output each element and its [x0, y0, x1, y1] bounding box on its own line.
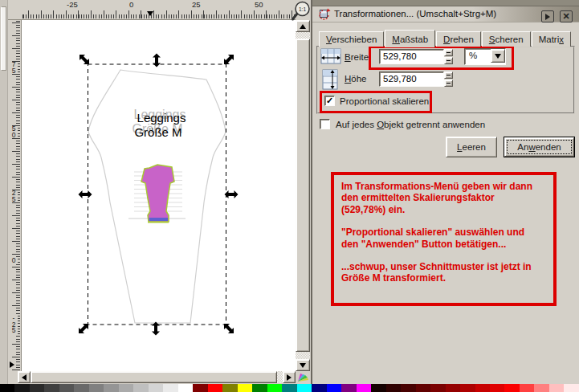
checkmark-icon: ✓ — [326, 96, 333, 105]
palette-swatch[interactable] — [490, 384, 504, 392]
palette-swatch[interactable] — [401, 384, 415, 392]
window-top-edge — [312, 0, 579, 6]
close-button[interactable]: ✕ — [560, 10, 573, 22]
palette-swatch[interactable] — [475, 384, 490, 392]
apply-separately-label: Auf jedes Objekt getrennt anwenden — [336, 120, 485, 129]
dialog-titlebar[interactable]: Transformationen... (Umschalt+Strg+M) ✕ — [312, 6, 579, 22]
spin-up-icon — [446, 52, 451, 53]
horizontal-scrollbar[interactable] — [18, 371, 296, 383]
palette-swatch[interactable] — [282, 384, 296, 392]
height-input[interactable]: 529,780 — [379, 71, 444, 87]
palette-swatch[interactable] — [238, 384, 252, 392]
tab-drehen[interactable]: Drehen — [436, 31, 481, 47]
palette-swatch[interactable] — [252, 384, 267, 392]
zoom-1-1-cursor-icon: 1:1 — [290, 0, 316, 22]
palette-swatch[interactable] — [341, 384, 356, 392]
pattern-label-line2: Größe M — [134, 125, 181, 139]
down-arrow-icon — [300, 363, 306, 368]
palette-swatch[interactable] — [59, 384, 74, 392]
apply-button-label: Anwenden — [517, 142, 561, 152]
scroll-right-button[interactable] — [283, 371, 296, 383]
transform-dialog: Transformationen... (Umschalt+Strg+M) ✕ … — [312, 0, 579, 384]
palette-swatch[interactable] — [549, 384, 564, 392]
unit-dropdown-button[interactable] — [491, 49, 505, 63]
drawing-canvas[interactable]: Leggings Größe M Leggings Größe M — [22, 20, 296, 371]
h-scroll-thumb[interactable] — [31, 371, 277, 383]
width-spin-down-button[interactable] — [444, 57, 453, 64]
palette-swatch[interactable] — [416, 384, 430, 392]
pattern-cuff-band — [149, 218, 169, 221]
v-ruler-label: 50 — [10, 126, 18, 138]
palette-swatch[interactable] — [267, 384, 282, 392]
palette-swatch[interactable] — [178, 384, 193, 392]
svg-text:1:1: 1:1 — [299, 6, 306, 12]
palette-swatch[interactable] — [149, 384, 163, 392]
width-spin-up-button[interactable] — [444, 49, 453, 56]
v-scroll-track[interactable] — [296, 32, 310, 39]
palette-swatch[interactable] — [357, 384, 371, 392]
roll-right-icon — [545, 14, 550, 20]
apply-separately-checkbox[interactable] — [320, 119, 330, 129]
annotation-box: Im Transformations-Menü geben wir dann d… — [331, 172, 557, 306]
height-spin-down-button[interactable] — [444, 80, 453, 87]
palette-swatch[interactable] — [386, 384, 401, 392]
v-ruler-label: 75 — [10, 62, 18, 74]
vertical-scrollbar[interactable] — [296, 20, 310, 371]
palette-swatch[interactable] — [430, 384, 445, 392]
width-icon — [320, 48, 342, 65]
spin-down-icon — [446, 60, 451, 61]
vertical-ruler[interactable]: 7550250-25-50 — [8, 20, 22, 371]
annotation-text: Im Transformations-Menü geben wir dann d… — [341, 181, 546, 284]
transform-dialog-icon — [318, 8, 331, 21]
v-scroll-track[interactable] — [296, 352, 310, 359]
v-ruler-label: -25 — [10, 316, 18, 334]
color-wheel-icon[interactable] — [296, 371, 310, 383]
palette-swatch[interactable] — [30, 384, 44, 392]
palette-swatch[interactable] — [534, 384, 548, 392]
palette-swatch[interactable] — [0, 384, 14, 392]
tab-scheren[interactable]: Scheren — [482, 31, 531, 47]
window-left-edge — [0, 0, 8, 384]
height-label: Höhe — [345, 74, 367, 84]
palette-swatch[interactable] — [14, 384, 29, 392]
proportional-checkbox[interactable]: ✓ — [324, 96, 335, 106]
dock-toggle-button[interactable] — [541, 10, 554, 22]
pane-splitter[interactable] — [1, 6, 6, 71]
height-spin-up-button[interactable] — [444, 71, 453, 79]
height-value: 529,780 — [383, 74, 417, 84]
palette-swatch[interactable] — [133, 384, 148, 392]
palette-swatch[interactable] — [44, 384, 59, 392]
clear-button[interactable]: Leeren — [446, 137, 497, 157]
tab-massstab[interactable]: Maßstab — [385, 30, 435, 47]
palette-swatch[interactable] — [297, 384, 312, 392]
h-scroll-track[interactable] — [277, 371, 283, 383]
palette-swatch[interactable] — [564, 384, 578, 392]
palette-swatch[interactable] — [74, 384, 88, 392]
palette-swatch[interactable] — [460, 384, 475, 392]
height-spinner — [444, 71, 453, 87]
palette-swatch[interactable] — [446, 384, 460, 392]
unit-dropdown[interactable]: % — [464, 48, 506, 65]
tab-verschieben[interactable]: Verschieben — [319, 31, 384, 47]
palette-swatch[interactable] — [327, 384, 341, 392]
palette-swatch[interactable] — [119, 384, 133, 392]
width-input[interactable]: 529,780 — [379, 49, 444, 64]
horizontal-ruler[interactable]: -2502550 — [22, 0, 296, 20]
palette-swatch[interactable] — [312, 384, 326, 392]
palette-swatch[interactable] — [222, 384, 237, 392]
scroll-down-button[interactable] — [296, 359, 310, 371]
palette-swatch[interactable] — [208, 384, 222, 392]
right-arrow-icon — [287, 374, 292, 381]
palette-swatch[interactable] — [104, 384, 118, 392]
palette-swatch[interactable] — [520, 384, 534, 392]
palette-swatch[interactable] — [89, 384, 104, 392]
apply-button[interactable]: Anwenden — [504, 137, 575, 157]
scroll-left-button[interactable] — [18, 371, 31, 383]
palette-swatch[interactable] — [193, 384, 207, 392]
palette-swatch[interactable] — [504, 384, 519, 392]
h-ruler-label: -25 — [67, 0, 78, 9]
tab-matrix[interactable]: Matrix — [532, 31, 571, 47]
palette-swatch[interactable] — [163, 384, 177, 392]
palette-swatch[interactable] — [371, 384, 385, 392]
v-scroll-thumb[interactable] — [296, 39, 310, 352]
